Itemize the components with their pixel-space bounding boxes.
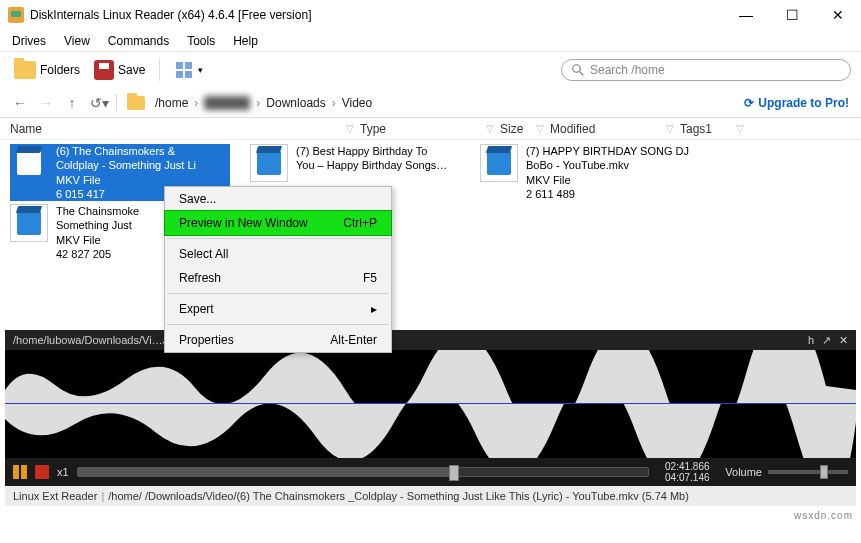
file-item[interactable]: (7) HAPPY BIRTHDAY SONG DJBoBo - YouTube… [480,144,700,201]
col-name[interactable]: Name▽ [10,122,360,136]
minimize-button[interactable]: — [723,0,769,30]
crumb-video[interactable]: Video [342,96,372,110]
back-button[interactable]: ← [12,95,28,111]
maximize-button[interactable]: ☐ [769,0,815,30]
file-item[interactable]: The ChainsmokeSomething JustMKV File42 8… [10,204,160,261]
svg-point-0 [573,65,581,73]
preview-titlebar: /home/lubowa/Downloads/Vi…Just Like This… [5,330,856,350]
col-modified[interactable]: Modified▽ [550,122,680,136]
window-title: DiskInternals Linux Reader (x64) 4.6.4 [… [30,8,723,22]
ctx-save[interactable]: Save... [165,187,391,211]
menu-bar: Drives View Commands Tools Help [0,30,861,52]
crumb-downloads[interactable]: Downloads [266,96,325,110]
forward-button[interactable]: → [38,95,54,111]
pause-button[interactable] [13,465,27,479]
grid-icon [174,60,194,80]
watermark: wsxdn.com [794,510,853,521]
breadcrumb[interactable]: /home› xxxxx› Downloads› Video [155,96,372,110]
separator [167,293,389,294]
menu-help[interactable]: Help [233,34,258,48]
toolbar: Folders Save ▾ Search /home [0,52,861,88]
upgrade-link[interactable]: ⟳ Upgrade to Pro! [744,96,849,110]
search-icon [572,64,584,76]
menu-commands[interactable]: Commands [108,34,169,48]
save-icon [94,60,114,80]
view-mode-button[interactable]: ▾ [170,58,207,82]
search-placeholder: Search /home [590,63,665,77]
preview-close[interactable]: ✕ [839,334,848,346]
preview-path: /home/lubowa/Downloads/Vi [13,334,152,346]
menu-drives[interactable]: Drives [12,34,46,48]
separator [116,94,117,112]
chevron-right-icon: ▸ [371,302,377,316]
volume-control[interactable]: Volume [725,466,848,478]
ctx-refresh[interactable]: RefreshF5 [165,266,391,290]
separator [167,324,389,325]
crumb-user-redacted[interactable]: xxxxx [204,96,250,110]
file-item[interactable]: (7) Best Happy Birthday ToYou – Happy Bi… [250,144,470,182]
volume-slider[interactable] [768,470,848,474]
time-display: 02:41.86604:07.146 [657,461,717,483]
status-path: /home/ /Downloads/Video/(6) The Chainsmo… [108,490,689,502]
folder-icon [14,61,36,79]
column-headers: Name▽ Type▽ Size▽ Modified▽ Tags1▽ [0,118,861,140]
col-tags[interactable]: Tags1▽ [680,122,750,136]
preview-h[interactable]: h [808,334,814,346]
volume-label: Volume [725,466,762,478]
context-menu: Save... Preview in New WindowCtrl+P Sele… [164,186,392,353]
col-size[interactable]: Size▽ [500,122,550,136]
stop-button[interactable] [35,465,49,479]
svg-line-1 [580,72,584,76]
search-input[interactable]: Search /home [561,59,851,81]
ctx-select-all[interactable]: Select All [165,242,391,266]
status-bar: Linux Ext Reader | /home/ /Downloads/Vid… [5,486,856,506]
separator [167,238,389,239]
close-button[interactable]: ✕ [815,0,861,30]
menu-tools[interactable]: Tools [187,34,215,48]
player-controls: x1 02:41.86604:07.146 Volume [5,458,856,486]
folder-icon [127,96,145,110]
upgrade-label: Upgrade to Pro! [758,96,849,110]
folders-label: Folders [40,63,80,77]
separator [159,59,160,81]
save-button[interactable]: Save [90,58,149,82]
save-label: Save [118,63,145,77]
speed-label: x1 [57,466,69,478]
history-button[interactable]: ↺▾ [90,95,106,111]
crumb-home[interactable]: /home [155,96,188,110]
seek-bar[interactable] [77,467,650,477]
col-type[interactable]: Type▽ [360,122,500,136]
status-left: Linux Ext Reader [13,490,97,502]
menu-view[interactable]: View [64,34,90,48]
nav-bar: ← → ↑ ↺▾ /home› xxxxx› Downloads› Video … [0,88,861,118]
preview-other[interactable]: ↗ [822,334,831,346]
refresh-icon: ⟳ [744,96,754,110]
ctx-expert[interactable]: Expert▸ [165,297,391,321]
file-list: (6) The Chainsmokers &Coldplay - Somethi… [0,140,861,300]
app-icon [8,7,24,23]
title-bar: DiskInternals Linux Reader (x64) 4.6.4 [… [0,0,861,30]
ctx-preview-new-window[interactable]: Preview in New WindowCtrl+P [165,211,391,235]
ctx-properties[interactable]: PropertiesAlt-Enter [165,328,391,352]
waveform[interactable] [5,350,856,458]
preview-pane: /home/lubowa/Downloads/Vi…Just Like This… [5,330,856,505]
folders-button[interactable]: Folders [10,59,84,81]
up-button[interactable]: ↑ [64,95,80,111]
